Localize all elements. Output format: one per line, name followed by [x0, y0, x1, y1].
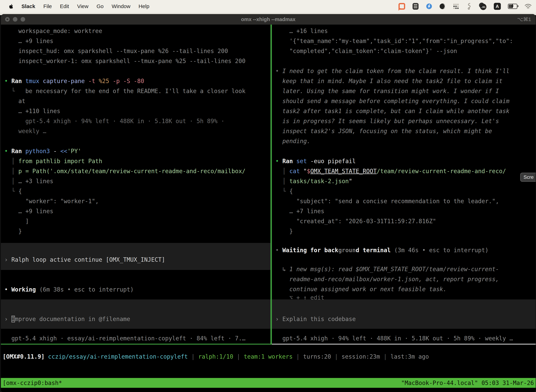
terminal-line: inspect task2's JSON, focusing on the st…: [275, 126, 492, 136]
dragon-icon[interactable]: [466, 3, 472, 10]
menu-item-go[interactable]: Go: [96, 3, 104, 9]
text-segment: tasks/task-2.json: [289, 178, 349, 185]
terminal-line: • I need to get the claim token from the…: [275, 66, 509, 76]
text-segment: │: [5, 168, 18, 175]
text-segment: Working: [11, 286, 36, 293]
menu-bar: Slack FileEditViewGoWindowHelp: [0, 0, 536, 13]
menu-app-name[interactable]: Slack: [21, 3, 35, 9]
battery-charging-icon[interactable]: [508, 4, 517, 9]
terminal-line: at: [5, 96, 25, 106]
text-segment: Ralph loop active continue [OMX_TMUX_INJ…: [11, 256, 165, 263]
terminal-line: › Explain this codebase: [275, 314, 356, 324]
terminal-line: … +9 lines: [5, 36, 53, 46]
terminal-line: └ {: [5, 186, 22, 196]
text-segment: ›: [275, 316, 282, 322]
screen-share-button[interactable]: Scre: [520, 173, 536, 182]
pie-chart-icon[interactable]: [439, 3, 446, 9]
text-segment: │: [5, 178, 18, 185]
text-segment: inspect_hud: omx sparkshell --tmux-pane …: [5, 48, 228, 54]
moon-badge-icon[interactable]: ..61: [479, 3, 487, 10]
text-segment: "completed","claim_token":"claim-token"}…: [275, 48, 457, 54]
text-segment: └: [5, 188, 18, 195]
text-segment: turns:20: [303, 353, 335, 360]
left-pane-bottom-border: [1, 344, 272, 345]
terminal-line: readme-and-reco/mailbox/worker-1.json, a…: [275, 274, 499, 284]
terminal-line: • Working (6m 38s • esc to interrupt): [5, 285, 134, 294]
text-segment: |: [237, 353, 244, 360]
text-segment: d terminal: [356, 247, 391, 254]
terminal-line: "completed","claim_token":"claim-token"}…: [275, 46, 457, 56]
text-segment: mprove documentation in @filename: [15, 316, 130, 322]
text-segment: │: [5, 158, 18, 165]
apple-menu-icon[interactable]: [9, 4, 13, 9]
terminal-line: weekly …: [5, 126, 46, 136]
right-pane-bottom-border: [272, 344, 536, 345]
right-pane[interactable]: … +16 lines '{"team_name":"my-team","tas…: [272, 25, 536, 344]
text-segment: continue assigned work or next feasible …: [275, 286, 447, 293]
text-segment: $: [307, 168, 310, 175]
messenger-badge-icon[interactable]: [426, 3, 432, 9]
text-segment: •: [275, 158, 282, 165]
tmux-host-clock-label: "MacBook-Pro-44.local" 05:03 31-Mar-26: [401, 379, 534, 386]
text-segment: │: [275, 168, 289, 175]
menu-item-view[interactable]: View: [77, 3, 88, 9]
text-segment: ralph:1/10: [198, 353, 237, 360]
terminal-line: inspect_hud: omx sparkshell --tmux-pane …: [5, 46, 228, 56]
text-segment: (3m 46s • esc to interrupt): [391, 247, 488, 254]
terminal-line: later. Using the same for transition mig…: [275, 86, 499, 96]
text-segment: {: [289, 188, 293, 195]
terminal-line: }: [5, 226, 22, 236]
menu-item-edit[interactable]: Edit: [60, 3, 69, 9]
text-segment: OMX_TEAM_STATE_ROOT: [310, 168, 377, 175]
text-segment: Ran: [11, 148, 22, 154]
menu-item-file[interactable]: File: [43, 3, 52, 9]
text-segment: "subject": "send a concise recommendatio…: [275, 198, 499, 205]
moon-badge-label: ..61: [480, 4, 486, 10]
dots-grid-icon[interactable]: [453, 3, 459, 10]
terminal-line: "created_at": "2026-03-31T11:59:27.816Z": [275, 216, 436, 226]
terminal-line: task2 after task1 is complete, but can I…: [275, 106, 509, 116]
text-segment: python3: [22, 148, 50, 154]
tmux-session-label: [omx-cczip0:bash*: [3, 379, 62, 386]
screen-recording-indicator-icon[interactable]: [398, 3, 405, 10]
keypad-shield-icon[interactable]: [412, 3, 419, 10]
terminal-line: │ from pathlib import Path: [5, 156, 102, 166]
text-segment: weekly …: [5, 128, 46, 135]
text-segment: inspect task2's JSON, focusing on the st…: [275, 128, 492, 135]
keyboard-input-icon[interactable]: A: [494, 3, 501, 10]
menu-item-window[interactable]: Window: [112, 3, 130, 9]
pane-divider[interactable]: [270, 25, 272, 344]
tmux-status-bar: [omx-cczip0:bash* "MacBook-Pro-44.local"…: [1, 378, 536, 388]
text-segment: 'PY': [67, 148, 81, 154]
terminal-line: … +16 lines: [275, 26, 328, 36]
window-titlebar: omx --xhigh --madmax ⌥⌘1: [1, 14, 536, 25]
terminal-line: ↳ 1 new msg(s): read $OMX_TEAM_STATE_ROO…: [275, 264, 499, 274]
menu-item-help[interactable]: Help: [139, 3, 149, 9]
terminal-line: └ be necessary for the end of the README…: [5, 86, 245, 96]
terminal-line: pending.: [275, 136, 310, 146]
terminal-line: │ … +3 lines: [5, 176, 53, 186]
text-segment: should send a message before completing …: [275, 98, 509, 104]
text-segment: •: [5, 148, 11, 154]
terminal-line: │ cat "$OMX_TEAM_STATE_ROOT/team/review-…: [275, 166, 506, 176]
text-segment: Ran: [282, 158, 293, 165]
terminal-line: is in progress? It seems likely but perh…: [275, 116, 499, 126]
text-segment: from pathlib import Path: [18, 158, 102, 165]
text-segment: -p -S -80: [109, 78, 144, 84]
text-segment: •: [275, 68, 282, 75]
text-segment: <<: [57, 148, 67, 154]
wifi-icon[interactable]: [524, 4, 532, 9]
terminal-line: gpt-5.4 xhigh · 94% left · 488K in · 5.1…: [5, 116, 225, 126]
text-segment: team:1 workers: [244, 353, 296, 360]
text-segment: •: [275, 247, 282, 254]
terminal-line: … +110 lines: [5, 106, 60, 116]
omx-status-line: [OMX#0.11.9] cczip/essay/ai-reimplementa…: [3, 352, 429, 362]
left-pane[interactable]: workspace_mode: worktree … +9 lines insp…: [1, 25, 270, 344]
text-segment: … +7 lines: [275, 208, 324, 215]
text-segment: ›: [5, 256, 11, 263]
text-segment: ⌥ + ↑ edit: [275, 294, 324, 301]
terminal-line: '{"team_name":"my-team","task_id":"1","f…: [275, 36, 513, 46]
text-segment: set: [293, 158, 307, 165]
text-segment: -: [50, 148, 57, 154]
text-segment: … +3 lines: [18, 178, 53, 185]
